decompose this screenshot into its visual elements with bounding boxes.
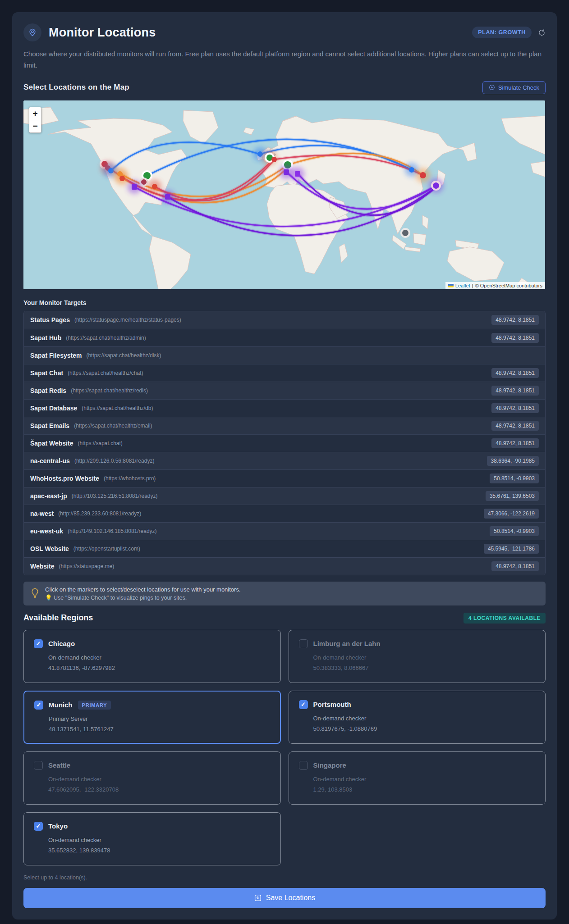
- region-checkbox[interactable]: ✓: [34, 639, 43, 648]
- target-name: Sapat Filesystem: [30, 352, 82, 359]
- map-section-title: Select Locations on the Map: [23, 83, 129, 92]
- target-name: Sapat Hub: [30, 334, 61, 341]
- simulate-check-button[interactable]: Simulate Check: [482, 81, 546, 94]
- region-name: Munich: [49, 701, 73, 709]
- target-url: (https://openstartuplist.com): [73, 546, 140, 552]
- map-marker[interactable]: [271, 157, 277, 162]
- target-url: (https://sapat.chat/healthz/redis): [71, 387, 148, 394]
- targets-heading: Your Monitor Targets: [23, 299, 546, 306]
- target-url: (https://sapat.chat/healthz/admin): [66, 335, 146, 341]
- target-row: OSL Website(https://openstartuplist.com)…: [24, 540, 545, 557]
- save-locations-button[interactable]: Save Locations: [23, 888, 546, 908]
- target-url: (https://sapat.chat/healthz/db): [82, 405, 153, 411]
- target-name: WhoHosts.pro Website: [30, 475, 99, 482]
- region-coordinates: 48.1371541, 11.5761247: [49, 726, 270, 733]
- refresh-icon[interactable]: [538, 29, 546, 36]
- target-url: (https://statuspage.me): [59, 563, 114, 569]
- target-url: (https://sapat.chat): [78, 440, 122, 446]
- zoom-in-button[interactable]: +: [29, 107, 41, 120]
- target-coordinates-badge: 45.5945, -121.1786: [484, 544, 539, 554]
- region-type: On-demand checker: [48, 654, 271, 661]
- target-url: (http://103.125.216.51:8081/readyz): [72, 493, 158, 499]
- target-row: Sapat Filesystem(https://sapat.chat/heal…: [24, 346, 545, 364]
- tip-line-2: 💡 Use "Simulate Check" to visualize ping…: [45, 594, 241, 601]
- tip-box: Click on the markers to select/deselect …: [23, 582, 546, 605]
- header: Monitor Locations PLAN: GROWTH: [23, 23, 546, 41]
- region-checkbox[interactable]: [299, 639, 308, 648]
- leaflet-link[interactable]: Leaflet: [455, 283, 470, 288]
- target-name: Status Pages: [30, 316, 70, 323]
- target-row: Status Pages(https://statuspage.me/healt…: [24, 311, 545, 329]
- region-type: On-demand checker: [313, 654, 536, 661]
- region-coordinates: 41.8781136, -87.6297982: [48, 665, 271, 671]
- tip-line-1: Click on the markers to select/deselect …: [45, 586, 241, 593]
- target-name: OSL Website: [30, 545, 69, 552]
- region-coordinates: 50.8197675, -1.0880769: [313, 725, 536, 732]
- region-type: On-demand checker: [48, 776, 271, 783]
- target-url: (https://sapat.chat/healthz/chat): [68, 370, 143, 376]
- target-url: (https://whohosts.pro): [104, 475, 156, 482]
- map-marker[interactable]: [280, 165, 293, 179]
- region-card-chicago[interactable]: ✓ChicagoOn-demand checker41.8781136, -87…: [23, 630, 281, 683]
- map-marker[interactable]: [291, 167, 304, 181]
- region-name: Tokyo: [48, 822, 68, 830]
- target-row: Sapat Redis(https://sapat.chat/healthz/r…: [24, 382, 545, 399]
- region-coordinates: 35.652832, 139.839478: [48, 847, 271, 854]
- primary-badge: PRIMARY: [78, 701, 111, 710]
- map-marker[interactable]: [429, 178, 443, 193]
- target-name: Sapat Redis: [30, 387, 66, 394]
- region-checkbox[interactable]: ✓: [299, 700, 308, 709]
- lightbulb-icon: [31, 587, 39, 599]
- target-coordinates-badge: 48.9742, 8.1851: [491, 368, 539, 378]
- zoom-out-button[interactable]: −: [29, 120, 41, 132]
- map-marker[interactable]: [400, 228, 410, 238]
- target-coordinates-badge: 35.6761, 139.6503: [486, 491, 539, 501]
- region-card-seattle[interactable]: SeattleOn-demand checker47.6062095, -122…: [23, 751, 281, 805]
- target-url: (http://209.126.0.56:8081/readyz): [74, 458, 154, 464]
- ukraine-flag-icon: [448, 284, 454, 287]
- map-canvas: [23, 100, 545, 289]
- map-marker[interactable]: [416, 168, 430, 182]
- target-row: Website(https://statuspage.me)48.9742, 8…: [24, 557, 545, 575]
- target-name: Sapat Database: [30, 405, 77, 412]
- target-coordinates-badge: 48.9742, 8.1851: [491, 333, 539, 343]
- target-name: Šapat Website: [30, 440, 73, 447]
- target-url: (http://85.239.233.60:8081/readyz): [58, 510, 141, 517]
- regions-grid: ✓ChicagoOn-demand checker41.8781136, -87…: [23, 630, 546, 865]
- target-row: na-west(http://85.239.233.60:8081/readyz…: [24, 505, 545, 522]
- map-marker[interactable]: [161, 190, 174, 204]
- locations-available-badge: 4 LOCATIONS AVAILABLE: [463, 613, 546, 624]
- target-name: apac-east-jp: [30, 492, 67, 500]
- target-name: Sapat Chat: [30, 369, 63, 377]
- target-coordinates-badge: 48.9742, 8.1851: [491, 561, 539, 571]
- target-name: Sapat Emails: [30, 422, 69, 429]
- map-marker[interactable]: [115, 172, 129, 185]
- region-checkbox[interactable]: [34, 761, 43, 770]
- region-name: Portsmouth: [313, 701, 351, 708]
- region-checkbox[interactable]: ✓: [34, 701, 43, 710]
- region-checkbox[interactable]: [299, 761, 308, 770]
- targets-list: Status Pages(https://statuspage.me/healt…: [23, 311, 546, 575]
- world-map[interactable]: + − Leaflet | © OpenStreetMap contributo…: [23, 100, 545, 289]
- region-card-singapore[interactable]: SingaporeOn-demand checker1.29, 103.8503: [289, 751, 546, 805]
- target-coordinates-badge: 48.9742, 8.1851: [491, 438, 539, 448]
- location-pin-icon: [23, 23, 41, 41]
- region-coordinates: 1.29, 103.8503: [313, 786, 536, 793]
- target-coordinates-badge: 48.9742, 8.1851: [491, 403, 539, 413]
- region-card-portsmouth[interactable]: ✓PortsmouthOn-demand checker50.8197675, …: [289, 691, 546, 744]
- region-card-munich[interactable]: ✓MunichPRIMARYPrimary Server48.1371541, …: [23, 691, 281, 744]
- map-zoom-control: + −: [29, 107, 41, 133]
- region-name: Seattle: [48, 761, 70, 769]
- region-name: Chicago: [48, 640, 75, 647]
- map-marker[interactable]: [148, 180, 161, 193]
- map-attribution: Leaflet | © OpenStreetMap contributors: [445, 282, 545, 289]
- target-coordinates-badge: 38.6364, -90.1985: [487, 456, 539, 466]
- region-card-limburg-an-der-lahn[interactable]: Limburg an der LahnOn-demand checker50.3…: [289, 630, 546, 683]
- map-marker[interactable]: [128, 180, 141, 194]
- region-card-tokyo[interactable]: ✓TokyoOn-demand checker35.652832, 139.83…: [23, 812, 281, 865]
- target-url: (https://statuspage.me/healthz/status-pa…: [74, 317, 181, 323]
- target-name: Website: [30, 563, 54, 570]
- monitor-locations-panel: Monitor Locations PLAN: GROWTH Choose wh…: [12, 12, 557, 919]
- region-name: Singapore: [313, 761, 346, 769]
- region-checkbox[interactable]: ✓: [34, 822, 43, 831]
